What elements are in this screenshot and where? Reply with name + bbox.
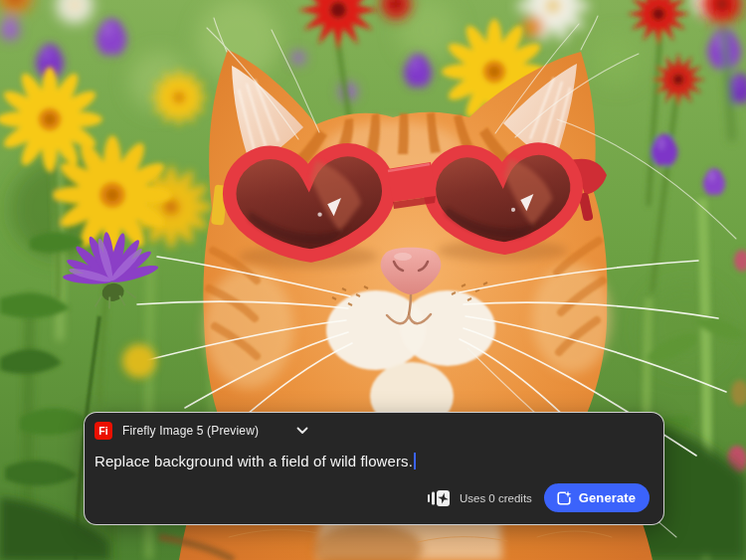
generate-button-label: Generate xyxy=(579,490,636,505)
text-cursor xyxy=(414,453,416,469)
credits-icon xyxy=(428,489,450,507)
chevron-down-icon xyxy=(296,427,308,435)
firefly-logo-icon: Fi xyxy=(94,422,112,440)
firefly-editor: Fi Firefly Image 5 (Preview) Replace bac… xyxy=(0,0,746,560)
generate-sparkle-icon xyxy=(556,490,572,506)
prompt-bar: Fi Firefly Image 5 (Preview) Replace bac… xyxy=(84,412,664,525)
prompt-bar-footer: Uses 0 credits Generate xyxy=(94,483,650,512)
model-selector[interactable]: Fi Firefly Image 5 (Preview) xyxy=(94,422,650,440)
prompt-text: Replace background with a field of wild … xyxy=(94,453,413,469)
model-selector-label: Firefly Image 5 (Preview) xyxy=(122,424,259,438)
prompt-input[interactable]: Replace background with a field of wild … xyxy=(94,453,650,469)
credits-label: Uses 0 credits xyxy=(460,492,532,504)
generate-button[interactable]: Generate xyxy=(544,483,650,512)
